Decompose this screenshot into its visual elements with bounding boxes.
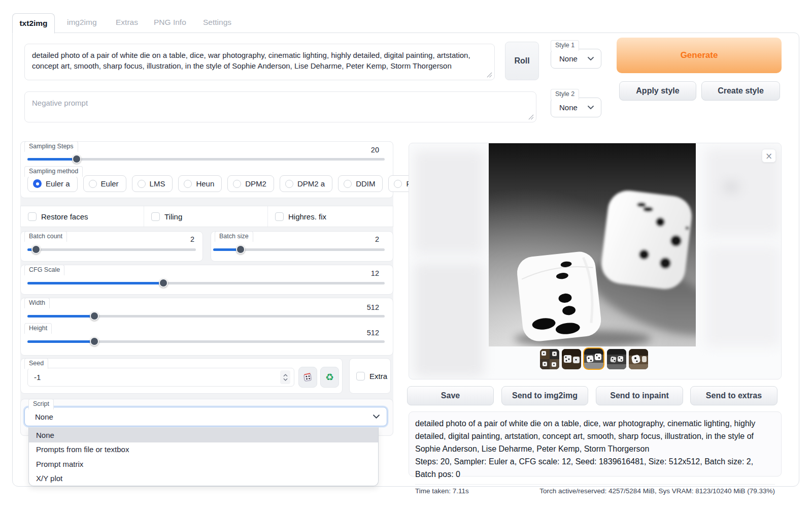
script-select[interactable]: None: [24, 407, 387, 426]
blurred-thumbnail: [724, 183, 739, 191]
txt2img-page: txt2img img2img Extras PNG Info Settings…: [0, 0, 812, 508]
gallery-thumbnail-5[interactable]: [629, 349, 648, 369]
negative-prompt-input[interactable]: [24, 91, 536, 122]
chevron-up-icon[interactable]: [283, 374, 288, 377]
style1-label: Style 1: [551, 40, 579, 51]
batch-size-slider[interactable]: [213, 245, 385, 254]
toggles-row: Restore faces Tiling Highres. fix: [20, 206, 393, 227]
width-label: Width: [24, 298, 50, 308]
slider-handle[interactable]: [72, 154, 81, 164]
checkbox-icon: [275, 212, 284, 221]
restore-faces-checkbox[interactable]: Restore faces: [21, 206, 144, 227]
checkbox-label: Tiling: [164, 212, 182, 221]
slider-handle[interactable]: [31, 245, 41, 254]
batch-size-label: Batch size: [215, 231, 253, 242]
width-slider[interactable]: [27, 311, 385, 321]
reuse-seed-button[interactable]: ♻: [320, 367, 339, 388]
radio-heun[interactable]: Heun: [178, 175, 222, 192]
slider-handle[interactable]: [90, 311, 99, 321]
script-option-prompt-matrix[interactable]: Prompt matrix: [29, 457, 378, 471]
radio-lms[interactable]: LMS: [132, 175, 173, 192]
script-value: None: [35, 412, 53, 421]
tiling-checkbox[interactable]: Tiling: [144, 206, 268, 227]
checkbox-icon: [151, 212, 160, 221]
batch-count-slider[interactable]: [27, 245, 196, 254]
checkbox-icon: [28, 212, 37, 221]
radio-label: Heun: [196, 179, 214, 188]
chevron-down-icon: [588, 57, 594, 61]
cfg-scale-slider[interactable]: [27, 278, 385, 288]
sampling-steps-label: Sampling Steps: [24, 141, 78, 152]
style2-value: None: [559, 103, 578, 112]
radio-ddim[interactable]: DDIM: [338, 175, 383, 192]
checkbox-label: Highres. fix: [288, 212, 326, 221]
save-button[interactable]: Save: [407, 386, 494, 405]
gallery-thumbnail-1[interactable]: [540, 349, 559, 369]
width-value: 512: [315, 303, 379, 311]
sampling-method-label: Sampling method: [24, 166, 83, 177]
generate-button[interactable]: Generate: [617, 38, 782, 73]
recycle-icon: ♻: [325, 372, 334, 382]
gallery-thumbnail-3-selected[interactable]: [584, 348, 603, 369]
batch-size-value: 2: [335, 235, 379, 243]
script-option-none[interactable]: None: [29, 428, 378, 442]
blurred-thumbnail: [705, 245, 781, 346]
seed-label: Seed: [24, 358, 48, 369]
extra-checkbox[interactable]: Extra: [356, 372, 387, 380]
style2-select[interactable]: None: [551, 98, 601, 117]
radio-icon: [285, 180, 293, 188]
radio-dpm2[interactable]: DPM2: [227, 175, 274, 192]
script-label: Script: [28, 399, 54, 409]
style1-value: None: [559, 54, 578, 63]
radio-dpm2-a[interactable]: DPM2 a: [280, 175, 332, 192]
slider-handle[interactable]: [159, 278, 168, 288]
send-to-extras-button[interactable]: Send to extras: [690, 386, 777, 405]
slider-handle[interactable]: [236, 245, 245, 254]
sampling-steps-slider[interactable]: [27, 154, 385, 164]
blurred-thumbnail: [414, 263, 484, 377]
radio-label: LMS: [150, 179, 165, 188]
send-to-inpaint-button[interactable]: Send to inpaint: [596, 386, 683, 405]
radio-icon: [344, 180, 352, 188]
resize-handle-icon[interactable]: [487, 72, 492, 78]
slider-handle[interactable]: [90, 337, 99, 346]
tab-extras[interactable]: Extras: [116, 18, 138, 27]
roll-button[interactable]: Roll: [505, 42, 539, 80]
gallery-thumbnail-2[interactable]: [562, 349, 581, 369]
result-gallery: ×: [409, 143, 782, 379]
dice-icon: [303, 372, 313, 382]
resize-handle-icon[interactable]: [528, 114, 534, 120]
chevron-down-icon[interactable]: [283, 378, 288, 381]
tab-img2img[interactable]: img2img: [67, 18, 97, 27]
height-label: Height: [24, 323, 52, 334]
apply-style-button[interactable]: Apply style: [619, 81, 696, 101]
radio-label: DDIM: [356, 179, 375, 188]
radio-label: Euler: [101, 179, 119, 188]
create-style-button[interactable]: Create style: [701, 81, 780, 101]
gallery-thumbnail-4[interactable]: [607, 349, 626, 369]
random-seed-button[interactable]: [298, 367, 317, 388]
cfg-scale-label: CFG Scale: [24, 265, 64, 275]
tab-txt2img[interactable]: txt2img: [12, 13, 55, 34]
style1-select[interactable]: None: [551, 49, 601, 69]
script-option-xy-plot[interactable]: X/Y plot: [29, 471, 378, 486]
seed-stepper[interactable]: [280, 370, 290, 384]
checkbox-icon: [356, 372, 365, 380]
seed-input[interactable]: [27, 368, 294, 387]
height-slider[interactable]: [27, 337, 385, 346]
highres-fix-checkbox[interactable]: Highres. fix: [268, 206, 393, 227]
radio-euler[interactable]: Euler: [83, 175, 126, 192]
radio-label: DPM2 a: [297, 179, 325, 188]
radio-euler-a[interactable]: Euler a: [27, 175, 78, 192]
radio-icon: [89, 180, 97, 188]
tab-png-info[interactable]: PNG Info: [154, 18, 186, 27]
script-option-prompts-file[interactable]: Prompts from file or textbox: [29, 442, 378, 457]
generated-image-dice[interactable]: [489, 143, 696, 346]
blurred-thumbnail: [414, 150, 484, 255]
vram-usage-text: Torch active/reserved: 4257/5284 MiB, Sy…: [539, 487, 775, 495]
close-gallery-button[interactable]: ×: [762, 149, 776, 163]
send-to-img2img-button[interactable]: Send to img2img: [501, 386, 588, 405]
tab-settings[interactable]: Settings: [203, 18, 231, 27]
sampling-steps-value: 20: [315, 146, 379, 154]
prompt-input[interactable]: detailed photo of a pair of white die on…: [24, 44, 495, 80]
